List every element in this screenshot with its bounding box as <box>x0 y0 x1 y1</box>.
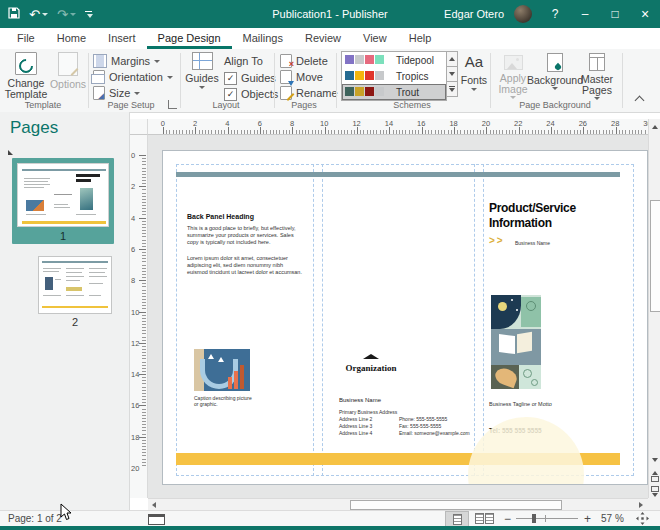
rename-page-button[interactable]: Rename <box>280 86 338 100</box>
page-thumbnail-1[interactable]: 1 <box>12 158 114 244</box>
back-panel-paragraph-1[interactable]: This is a good place to briefly, but eff… <box>187 225 303 246</box>
close-button[interactable]: × <box>630 0 660 28</box>
ruler-number: 16 <box>417 119 425 128</box>
next-page-button[interactable] <box>649 485 660 498</box>
scheme-tidepool[interactable]: Tidepool <box>342 52 446 68</box>
scrollbar-corner <box>648 498 660 510</box>
page-number: 2 <box>38 316 112 328</box>
tab-view[interactable]: View <box>352 28 398 49</box>
right-arrow-icon <box>639 502 643 508</box>
front-business-name[interactable]: Business Name <box>515 240 550 247</box>
tab-file[interactable]: File <box>6 28 46 49</box>
page-thumbnail-2[interactable] <box>38 256 112 314</box>
titlebar-controls: Edgar Otero ? – □ × <box>444 0 660 28</box>
up-arrow-icon <box>652 471 658 475</box>
change-template-button[interactable]: Change Template <box>3 52 49 100</box>
up-arrow-icon <box>652 125 658 129</box>
size-button[interactable]: ◢ Size <box>93 86 140 100</box>
color-schemes-gallery: Tidepool Tropics Trout <box>341 51 447 101</box>
accent-bar-top[interactable] <box>176 172 620 177</box>
tab-mailings[interactable]: Mailings <box>232 28 294 49</box>
tab-review[interactable]: Review <box>294 28 352 49</box>
background-button[interactable]: Background <box>534 52 576 100</box>
back-panel-heading[interactable]: Back Panel Heading <box>187 213 305 220</box>
status-bar: Page: 1 of 2 − + 57 % <box>0 510 660 526</box>
collapse-panel-icon[interactable] <box>8 150 13 155</box>
center-business-name[interactable]: Business Name <box>339 397 381 403</box>
ruler-number: 2 <box>131 182 135 191</box>
tab-page-design[interactable]: Page Design <box>147 28 232 49</box>
fit-page-icon[interactable] <box>636 512 649 527</box>
align-guides-checkbox[interactable]: ✓ Guides <box>224 71 276 85</box>
guides-button[interactable]: Guides <box>184 52 220 100</box>
dialog-launcher-icon[interactable] <box>168 100 177 109</box>
vertical-scrollbar[interactable] <box>648 119 660 498</box>
scroll-down-button[interactable] <box>649 454 660 466</box>
scroll-left-button[interactable] <box>148 499 160 510</box>
ribbon-tab-bar: File Home Insert Page Design Mailings Re… <box>0 28 660 49</box>
scheme-swatch <box>375 71 384 80</box>
zoom-in-button[interactable]: + <box>584 512 591 526</box>
fonts-button[interactable]: Aa Fonts <box>460 52 488 100</box>
ribbon: Change Template Options Template Margins… <box>0 49 660 113</box>
scheme-tropics[interactable]: Tropics <box>342 68 446 84</box>
schemes-scroll-up-button[interactable] <box>446 51 458 67</box>
vertical-scroll-thumb[interactable] <box>650 200 660 312</box>
previous-page-button[interactable] <box>649 470 660 483</box>
zoom-percentage[interactable]: 57 % <box>601 513 624 524</box>
orientation-label: Orientation <box>109 71 163 83</box>
schemes-scroll-buttons <box>446 51 458 97</box>
move-page-button[interactable]: Move <box>280 70 323 84</box>
guides-label: Guides <box>185 73 218 84</box>
vertical-ruler[interactable]: 02468101214161820 <box>130 135 148 498</box>
ruler-number: 6 <box>131 244 135 253</box>
delete-page-button[interactable]: × Delete <box>280 54 328 68</box>
horizontal-scrollbar[interactable] <box>148 498 648 510</box>
front-panel-picture[interactable] <box>491 295 541 389</box>
zoom-out-button[interactable]: − <box>504 512 511 526</box>
user-name[interactable]: Edgar Otero <box>444 8 504 20</box>
scroll-right-button[interactable] <box>635 499 647 510</box>
object-position-icon[interactable] <box>148 514 165 525</box>
page-indicator[interactable]: Page: 1 of 2 <box>8 513 62 524</box>
ruler-number: 18 <box>449 119 457 128</box>
master-pages-button[interactable]: Master Pages <box>578 52 616 100</box>
minimize-button[interactable]: – <box>570 0 600 28</box>
back-panel-paragraph-2[interactable]: Lorem ipsum dolor sit amet, consectetuer… <box>187 255 303 276</box>
front-tagline[interactable]: Business Tagline or Motto <box>489 401 552 408</box>
user-avatar[interactable] <box>514 5 532 23</box>
back-panel-picture[interactable] <box>194 349 250 391</box>
margins-button[interactable]: Margins <box>93 54 160 68</box>
zoom-slider-thumb[interactable] <box>532 514 536 523</box>
align-objects-checkbox[interactable]: ✓ Objects <box>224 87 278 101</box>
tab-insert[interactable]: Insert <box>97 28 147 49</box>
chevron-down-icon <box>471 88 477 91</box>
maximize-button[interactable]: □ <box>600 0 630 28</box>
front-panel-title[interactable]: Product/Service Information <box>489 201 601 231</box>
organization-logo[interactable]: Organization <box>331 345 411 373</box>
collapse-ribbon-icon[interactable] <box>635 96 645 106</box>
horizontal-ruler[interactable]: 024681012141618202224262830 <box>148 119 648 135</box>
help-button[interactable]: ? <box>540 0 570 28</box>
scroll-up-button[interactable] <box>649 121 660 133</box>
align-guides-label: Guides <box>241 72 276 84</box>
address-block[interactable]: Primary Business AddressAddress Line 2Ad… <box>339 409 397 437</box>
schemes-scroll-down-button[interactable] <box>446 66 458 82</box>
chevron-down-icon <box>154 60 160 63</box>
zoom-slider-track[interactable] <box>516 518 578 519</box>
publication-page[interactable]: Back Panel Heading This is a good place … <box>162 150 648 485</box>
horizontal-scroll-thumb[interactable] <box>350 500 562 510</box>
contact-block[interactable]: Phone: 555-555-5555Fax: 555-555-5555Emai… <box>399 416 470 437</box>
ruler-number: 4 <box>225 119 229 128</box>
two-page-spread-button[interactable] <box>471 511 497 526</box>
document-canvas[interactable]: Back Panel Heading This is a good place … <box>148 135 648 498</box>
ruler-number: 8 <box>290 119 294 128</box>
scheme-swatch <box>365 71 374 80</box>
page-icon <box>651 476 659 482</box>
tab-home[interactable]: Home <box>46 28 97 49</box>
back-panel-caption[interactable]: Caption describing picture or graphic. <box>194 395 256 407</box>
orientation-button[interactable]: Orientation <box>93 70 173 84</box>
schemes-more-button[interactable] <box>446 81 458 97</box>
scheme-trout[interactable]: Trout <box>342 84 446 100</box>
tab-help[interactable]: Help <box>398 28 443 49</box>
